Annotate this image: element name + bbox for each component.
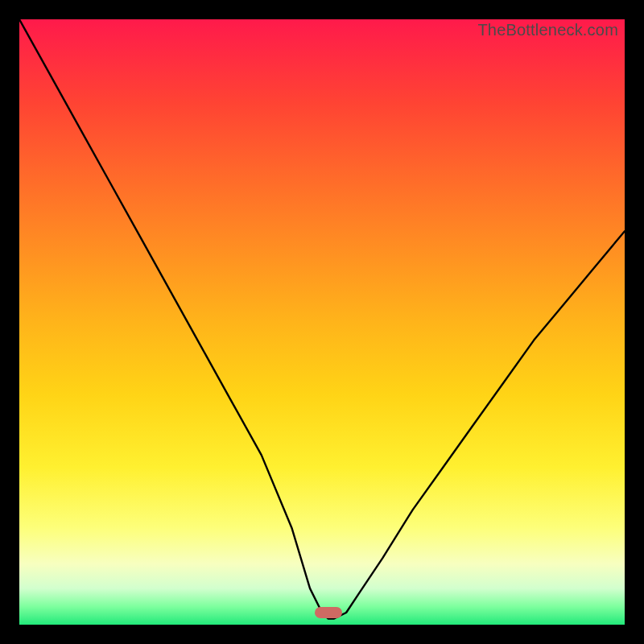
bottleneck-curve <box>19 19 625 625</box>
minimum-marker <box>315 607 342 618</box>
chart-frame: TheBottleneck.com <box>0 0 644 644</box>
plot-area: TheBottleneck.com <box>19 19 625 625</box>
watermark-text: TheBottleneck.com <box>477 21 618 39</box>
